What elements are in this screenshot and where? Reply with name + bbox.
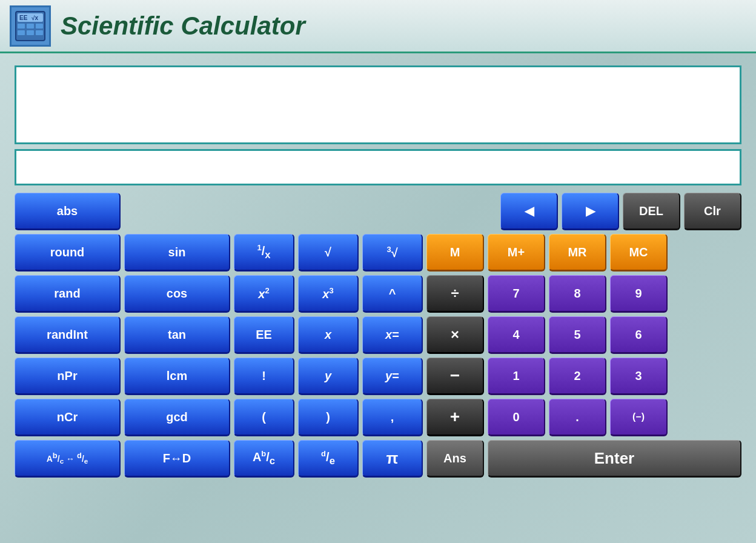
y-eq-button[interactable]: y= [362, 358, 423, 395]
x2-label: x2 [258, 286, 269, 301]
sqrt-button[interactable]: √ [298, 234, 359, 272]
main-display[interactable] [15, 65, 741, 144]
cos-button[interactable]: cos [124, 275, 230, 313]
secondary-display[interactable] [15, 149, 741, 185]
n4-button[interactable]: 4 [488, 316, 545, 354]
neg-button[interactable]: (−) [610, 399, 668, 436]
y-var-label: y [325, 369, 331, 383]
cbrt-label: 3√ [386, 245, 397, 260]
del-button[interactable]: DEL [623, 193, 680, 230]
button-area: abs ◀ ▶ DEL Clr round sin 1/x √ 3√ M M+ … [15, 193, 741, 478]
svg-rect-2 [18, 24, 25, 28]
round-button[interactable]: round [15, 234, 121, 272]
f-to-d-button[interactable]: F↔D [124, 440, 230, 478]
svg-text:√x: √x [31, 15, 38, 21]
svg-rect-5 [18, 30, 25, 35]
button-row-1: round sin 1/x √ 3√ M M+ MR MC [15, 234, 741, 272]
sqrt-label: √ [325, 245, 331, 259]
tan-button[interactable]: tan [124, 316, 230, 354]
n8-button[interactable]: 8 [549, 275, 606, 313]
title-bar: EE √x Scientific Calculator [0, 0, 756, 53]
svg-text:EE: EE [19, 15, 28, 21]
div-button[interactable]: ÷ [426, 275, 484, 313]
d-e-label: d/e [321, 449, 335, 467]
x3-button[interactable]: x3 [298, 275, 359, 313]
svg-rect-4 [36, 24, 43, 28]
f-to-d-label: F↔D [163, 451, 191, 465]
d-e-button[interactable]: d/e [298, 440, 359, 478]
y-var-button[interactable]: y [298, 358, 359, 395]
n1-button[interactable]: 1 [488, 358, 545, 395]
svg-rect-7 [36, 30, 43, 35]
add-button[interactable]: + [426, 399, 484, 436]
n9-button[interactable]: 9 [610, 275, 668, 313]
mr-button[interactable]: MR [549, 234, 606, 272]
inv-x-label: 1/x [257, 243, 270, 261]
pi-label: π [386, 449, 399, 468]
m-button[interactable]: M [426, 234, 484, 272]
lparen-button[interactable]: ( [234, 399, 294, 436]
dot-button[interactable]: . [549, 399, 606, 436]
x-eq-label: x= [385, 328, 399, 342]
gcd-button[interactable]: gcd [124, 399, 230, 436]
comma-button[interactable]: , [362, 399, 423, 436]
npr-button[interactable]: nPr [15, 358, 121, 395]
mul-label: × [451, 326, 459, 343]
mc-button[interactable]: MC [610, 234, 668, 272]
button-row-6: Ab/c ↔ d/e F↔D Ab/c d/e π Ans Enter [15, 440, 741, 478]
clr-button[interactable]: Clr [684, 193, 741, 230]
y-eq-label: y= [385, 369, 399, 383]
rparen-button[interactable]: ) [298, 399, 359, 436]
sin-button[interactable]: sin [124, 234, 230, 272]
randint-button[interactable]: randInt [15, 316, 121, 354]
caret-button[interactable]: ^ [362, 275, 423, 313]
x3-label: x3 [322, 286, 333, 301]
abc-frac-convert-label: Ab/c ↔ d/e [47, 451, 88, 465]
n0-button[interactable]: 0 [488, 399, 545, 436]
nav-right-button[interactable]: ▶ [562, 193, 619, 230]
x-eq-button[interactable]: x= [362, 316, 423, 354]
excl-button[interactable]: ! [234, 358, 294, 395]
x-var-button[interactable]: x [298, 316, 359, 354]
ncr-button[interactable]: nCr [15, 399, 121, 436]
sub-button[interactable]: − [426, 358, 484, 395]
svg-rect-3 [27, 24, 34, 28]
lcm-button[interactable]: lcm [124, 358, 230, 395]
add-label: + [450, 407, 460, 427]
mplus-button[interactable]: M+ [488, 234, 545, 272]
rand-button[interactable]: rand [15, 275, 121, 313]
enter-button[interactable]: Enter [488, 440, 741, 478]
button-row-3: randInt tan EE x x= × 4 5 6 [15, 316, 741, 354]
div-label: ÷ [451, 285, 459, 302]
n6-button[interactable]: 6 [610, 316, 668, 354]
inv-x-button[interactable]: 1/x [234, 234, 294, 272]
mul-button[interactable]: × [426, 316, 484, 354]
ans-button[interactable]: Ans [426, 440, 484, 478]
button-row-2: rand cos x2 x3 ^ ÷ 7 8 9 [15, 275, 741, 313]
n2-button[interactable]: 2 [549, 358, 606, 395]
ee-button[interactable]: EE [234, 316, 294, 354]
button-row-0: abs ◀ ▶ DEL Clr [15, 193, 741, 230]
n7-button[interactable]: 7 [488, 275, 545, 313]
sub-label: − [450, 366, 460, 385]
button-row-5: nCr gcd ( ) , + 0 . (−) [15, 399, 741, 436]
pi-button[interactable]: π [362, 440, 423, 478]
abc-frac-button[interactable]: Ab/c [234, 440, 294, 478]
cbrt-button[interactable]: 3√ [362, 234, 423, 272]
app-icon: EE √x [10, 5, 51, 47]
abs-button[interactable]: abs [15, 193, 121, 230]
calculator-body: abs ◀ ▶ DEL Clr round sin 1/x √ 3√ M M+ … [0, 53, 756, 543]
svg-rect-6 [27, 30, 34, 35]
abc-frac-label: Ab/c [253, 449, 275, 467]
x-var-label: x [325, 328, 331, 342]
n3-button[interactable]: 3 [610, 358, 668, 395]
app-title: Scientific Calculator [61, 12, 305, 41]
x2-button[interactable]: x2 [234, 275, 294, 313]
button-row-4: nPr lcm ! y y= − 1 2 3 [15, 358, 741, 395]
nav-left-button[interactable]: ◀ [500, 193, 558, 230]
n5-button[interactable]: 5 [549, 316, 606, 354]
abc-frac-convert-button[interactable]: Ab/c ↔ d/e [15, 440, 121, 478]
